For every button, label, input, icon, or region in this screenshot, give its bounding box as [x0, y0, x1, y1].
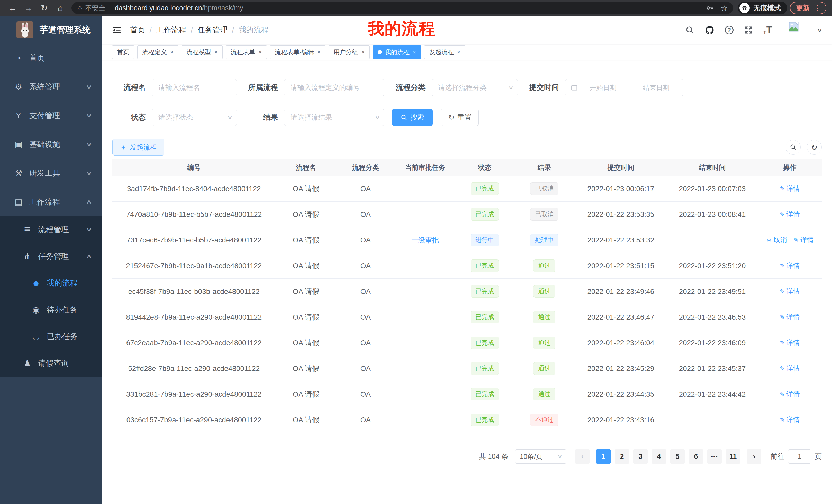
browser-menu-icon[interactable]: ⋮ [814, 4, 823, 12]
sidebar-item-todo-tasks[interactable]: ◉待办任务 [0, 297, 102, 323]
toggle-search-button[interactable] [786, 140, 801, 155]
action-detail-link[interactable]: ✎详情 [780, 338, 800, 347]
prev-page-button[interactable]: ‹ [575, 449, 590, 464]
tab-process-model[interactable]: 流程模型× [182, 46, 223, 59]
refresh-table-button[interactable]: ↻ [807, 140, 822, 155]
page-size-select[interactable]: 10条/页 ∨ [515, 449, 566, 464]
page-button-1[interactable]: 1 [596, 449, 610, 464]
action-detail-link[interactable]: ✎详情 [794, 235, 814, 245]
collapse-sidebar-icon[interactable] [112, 25, 121, 35]
table-row: 52ffd28e-7b9a-11ec-a290-acde48001122OA 请… [112, 356, 822, 381]
action-detail-link[interactable]: ✎详情 [780, 210, 800, 219]
tab-my-process[interactable]: 我的流程× [373, 46, 421, 59]
close-icon[interactable]: × [413, 49, 416, 56]
goto-label: 前往 [771, 452, 784, 461]
sidebar: 芋道管理系统 ◔首页⚙系统管理∨¥支付管理∨▣基础设施∨⚒研发工具∨▤工作流程∧… [0, 16, 102, 504]
process-name-input[interactable] [152, 79, 237, 96]
sidebar-item-process-management[interactable]: ≣流程管理∨ [0, 216, 102, 243]
close-icon[interactable]: × [317, 49, 321, 56]
cell-current-task [395, 202, 456, 227]
fullscreen-icon[interactable] [744, 25, 753, 35]
tab-start-process[interactable]: 发起流程× [424, 46, 465, 59]
more-pages-button[interactable]: ••• [707, 449, 722, 464]
bookmark-star-icon[interactable]: ☆ [721, 4, 728, 12]
search-icon[interactable] [685, 25, 695, 35]
sidebar-item-task-management[interactable]: ⋔任务管理∧ [0, 243, 102, 270]
tab-user-group[interactable]: 用户分组× [329, 46, 370, 59]
sidebar-item-workflow[interactable]: ▤工作流程∧ [0, 188, 102, 216]
cell-actions: ✎详情 [758, 176, 822, 201]
sidebar-item-leave-query[interactable]: ♟请假查询 [0, 350, 102, 376]
tab-process-definition[interactable]: 流程定义× [137, 46, 178, 59]
sidebar-item-home[interactable]: ◔首页 [0, 44, 102, 73]
goto-page-input[interactable] [788, 449, 811, 464]
sidebar-item-system-management[interactable]: ⚙系统管理∨ [0, 73, 102, 101]
help-icon[interactable]: ? [725, 26, 733, 34]
start-process-button[interactable]: ＋ 发起流程 [112, 139, 164, 156]
user-icon: ♟ [22, 358, 33, 368]
font-size-icon[interactable]: тT [763, 25, 772, 36]
update-label[interactable]: 更新 [796, 3, 810, 12]
sidebar-item-done-tasks[interactable]: ◡已办任务 [0, 323, 102, 350]
breadcrumb-item[interactable]: 首页 [130, 25, 145, 35]
category-select[interactable]: 请选择流程分类 ∨ [432, 79, 518, 96]
sidebar-item-dev-tools[interactable]: ⚒研发工具∨ [0, 159, 102, 188]
current-task-link[interactable]: 一级审批 [411, 235, 439, 245]
search-button[interactable]: 搜索 [392, 109, 433, 126]
avatar-dropdown-icon[interactable]: ∨ [816, 27, 823, 33]
tab-process-form-edit[interactable]: 流程表单-编辑× [270, 46, 326, 59]
close-icon[interactable]: × [457, 49, 461, 56]
page-button-5[interactable]: 5 [670, 449, 685, 464]
result-select[interactable]: 请选择流结果 ∨ [284, 109, 384, 126]
tab-home[interactable]: 首页 [112, 46, 134, 59]
page-button-6[interactable]: 6 [689, 449, 703, 464]
next-page-button[interactable]: › [747, 449, 761, 464]
back-icon[interactable]: ← [6, 2, 19, 14]
action-detail-link[interactable]: ✎详情 [780, 287, 800, 296]
home-icon[interactable]: ⌂ [53, 2, 67, 14]
breadcrumb-item[interactable]: 工作流程 [156, 25, 186, 35]
github-icon[interactable] [705, 25, 714, 35]
cell-process-name: OA 请假 [276, 279, 337, 304]
end-date-placeholder[interactable]: 结束日期 [634, 83, 678, 92]
cell-status: 已完成 [456, 279, 514, 304]
cell-status: 已完成 [456, 382, 514, 407]
sidebar-item-infrastructure[interactable]: ▣基础设施∨ [0, 130, 102, 159]
action-detail-link[interactable]: ✎详情 [780, 184, 800, 193]
tab-process-form[interactable]: 流程表单× [226, 46, 267, 59]
sidebar-item-my-process[interactable]: ☻我的流程 [0, 270, 102, 297]
reset-button[interactable]: ↻ 重置 [441, 109, 479, 126]
close-icon[interactable]: × [258, 49, 262, 56]
cell-category: OA [337, 407, 395, 432]
security-label[interactable]: 不安全 [85, 4, 105, 12]
process-def-input[interactable] [284, 79, 384, 96]
action-detail-link[interactable]: ✎详情 [780, 364, 800, 373]
reload-icon[interactable]: ↻ [37, 2, 51, 14]
action-cancel-link[interactable]: 取消 [766, 235, 787, 245]
date-range-picker[interactable]: 开始日期 - 结束日期 [565, 79, 683, 96]
close-icon[interactable]: × [361, 49, 365, 56]
update-button[interactable]: 更新 ⋮ [790, 2, 826, 14]
sidebar-item-payment-management[interactable]: ¥支付管理∨ [0, 101, 102, 130]
close-icon[interactable]: × [214, 49, 218, 56]
page-button-2[interactable]: 2 [615, 449, 629, 464]
start-process-label: 发起流程 [130, 143, 157, 152]
cell-actions: ✎详情 [758, 304, 822, 330]
cell-id: 67c2eaab-7b9a-11ec-a290-acde48001122 [112, 330, 276, 356]
page-button-11[interactable]: 11 [726, 449, 740, 464]
action-detail-link[interactable]: ✎详情 [780, 390, 800, 399]
page-button-4[interactable]: 4 [652, 449, 666, 464]
status-select[interactable]: 请选择状态 ∨ [152, 109, 237, 126]
password-key-icon[interactable] [706, 4, 714, 12]
forward-icon[interactable]: → [22, 2, 35, 14]
action-detail-link[interactable]: ✎详情 [780, 415, 800, 424]
avatar[interactable] [787, 20, 807, 40]
close-icon[interactable]: × [170, 49, 174, 56]
address-bar[interactable]: ⚠ 不安全 dashboard.yudao.iocoder.cn/bpm/tas… [72, 2, 733, 14]
breadcrumb-item[interactable]: 任务管理 [198, 25, 227, 35]
page-button-3[interactable]: 3 [633, 449, 648, 464]
start-date-placeholder[interactable]: 开始日期 [581, 83, 625, 92]
action-detail-link[interactable]: ✎详情 [780, 261, 800, 270]
action-detail-link[interactable]: ✎详情 [780, 313, 800, 321]
cell-status: 已完成 [456, 253, 514, 278]
